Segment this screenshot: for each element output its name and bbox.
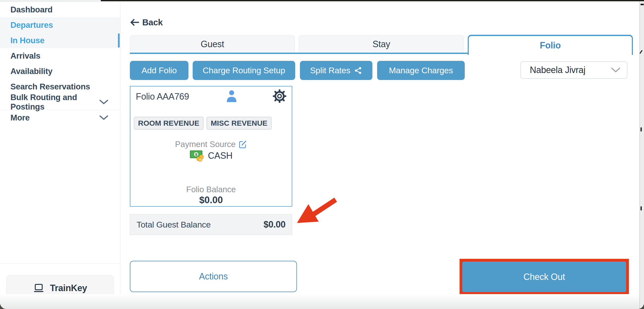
manage-charges-button[interactable]: Manage Charges <box>377 61 465 80</box>
folio-card: Folio AAA769 <box>130 86 292 207</box>
svg-text:$: $ <box>195 153 197 156</box>
sidebar-item-label: Departures <box>10 20 53 30</box>
sidebar-item-arrivals[interactable]: Arrivals <box>0 48 120 64</box>
laptop-icon <box>33 283 44 293</box>
sidebar-item-in-house[interactable]: In House <box>0 33 120 48</box>
app-window: Dashboard Departures In House Arrivals A… <box>0 0 644 309</box>
chevron-down-icon <box>99 115 108 120</box>
payment-source-value-row: $ CASH <box>130 150 292 162</box>
content-top-edge <box>101 0 644 1</box>
button-label: Check Out <box>523 272 565 282</box>
folio-balance-label: Folio Balance <box>130 185 292 194</box>
annotation-arrow <box>293 192 342 230</box>
annotation-highlight-frame: Check Out <box>460 259 629 295</box>
check-out-button[interactable]: Check Out <box>462 261 626 292</box>
sidebar-item-label: Search Reservations <box>10 82 90 91</box>
actions-button[interactable]: Actions <box>130 261 297 292</box>
add-folio-button[interactable]: Add Folio <box>130 61 188 80</box>
clipped-content-fragment <box>640 4 644 5</box>
sidebar: Dashboard Departures In House Arrivals A… <box>0 2 120 294</box>
back-label: Back <box>142 17 162 27</box>
split-rates-button[interactable]: Split Rates <box>300 61 372 80</box>
tab-folio[interactable]: Folio <box>468 35 633 55</box>
back-arrow-icon <box>130 18 140 26</box>
payment-source-label: Payment Source <box>175 140 236 149</box>
guest-person-icon[interactable] <box>226 89 237 102</box>
sidebar-item-dashboard[interactable]: Dashboard <box>0 2 120 17</box>
sidebar-item-label: In House <box>10 36 44 45</box>
button-label: Actions <box>199 271 228 282</box>
active-indicator-bar <box>118 34 120 48</box>
tab-label: Stay <box>373 39 390 50</box>
gear-icon[interactable] <box>273 89 286 103</box>
sidebar-item-label: More <box>10 113 30 122</box>
folio-title: Folio AAA769 <box>136 91 189 102</box>
share-icon <box>354 66 362 75</box>
total-guest-balance-row: Total Guest Balance $0.00 <box>130 214 292 235</box>
room-revenue-badge: ROOM REVENUE <box>134 117 204 130</box>
payment-source-value: CASH <box>208 151 232 161</box>
tab-label: Folio <box>540 40 560 51</box>
button-label: Manage Charges <box>389 66 453 75</box>
sidebar-item-availability[interactable]: Availability <box>0 64 120 79</box>
tab-stay[interactable]: Stay <box>299 35 464 53</box>
button-label: Split Rates <box>310 66 350 75</box>
edit-icon[interactable] <box>238 140 247 149</box>
chevron-down-icon <box>99 100 108 105</box>
total-guest-balance-value: $0.00 <box>264 219 286 230</box>
back-button[interactable]: Back <box>130 17 162 27</box>
chevron-down-icon <box>611 67 620 73</box>
sidebar-footer-divider <box>0 263 120 263</box>
window-bottom-edge <box>0 294 644 309</box>
sidebar-item-departures[interactable]: Departures <box>0 17 120 33</box>
revenue-badges: ROOM REVENUE MISC REVENUE <box>134 117 272 130</box>
tab-bar: Guest Stay Folio <box>130 35 633 55</box>
guest-selector-value: Nabeela Jivraj <box>530 65 586 75</box>
total-guest-balance-label: Total Guest Balance <box>136 220 211 229</box>
sidebar-item-bulk-routing[interactable]: Bulk Routing and Postings <box>0 94 120 110</box>
cash-money-icon: $ <box>190 150 204 162</box>
sidebar-item-label: Dashboard <box>10 5 53 15</box>
trainkey-label: TrainKey <box>50 283 87 293</box>
sidebar-item-label: Arrivals <box>10 51 40 61</box>
tab-guest[interactable]: Guest <box>130 35 295 53</box>
sidebar-item-label: Bulk Routing and Postings <box>10 93 99 112</box>
tab-label: Guest <box>200 39 224 50</box>
button-label: Charge Routing Setup <box>202 66 285 75</box>
guest-selector-dropdown[interactable]: Nabeela Jivraj <box>520 61 627 79</box>
folio-card-header: Folio AAA769 <box>130 86 292 106</box>
sidebar-item-more[interactable]: More <box>0 110 120 125</box>
charge-routing-setup-button[interactable]: Charge Routing Setup <box>193 61 295 80</box>
button-label: Add Folio <box>142 66 177 75</box>
folio-balance-value: $0.00 <box>130 195 292 205</box>
tab-underline <box>130 53 468 54</box>
misc-revenue-badge: MISC REVENUE <box>206 117 272 130</box>
right-edge-strip <box>640 1 644 309</box>
clipped-content-fragment <box>640 127 642 131</box>
sidebar-item-search-reservations[interactable]: Search Reservations <box>0 79 120 94</box>
clipped-content-fragment <box>640 206 642 210</box>
sidebar-item-label: Availability <box>10 67 52 76</box>
clipped-content-fragment <box>640 50 642 54</box>
payment-source-row: Payment Source <box>130 140 292 149</box>
